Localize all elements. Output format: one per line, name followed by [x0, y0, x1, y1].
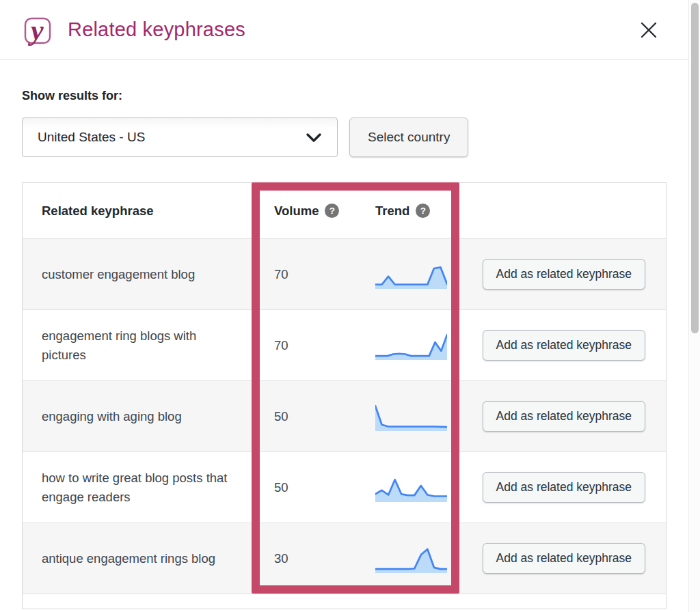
- related-keyphrases-modal: y Related keyphrases Show results for: U…: [0, 0, 700, 612]
- column-header-trend: Trend: [375, 204, 409, 219]
- table-row: engagement ring blogs with pictures 70 A…: [23, 310, 666, 381]
- table-row: antique engagement rings blog 30 Add as …: [23, 523, 666, 594]
- trend-help-icon[interactable]: ?: [416, 204, 430, 218]
- table-row: customer engagement blog 70 Add as relat…: [23, 239, 666, 310]
- country-select[interactable]: United States - US: [22, 117, 338, 157]
- table-row-partial: [23, 594, 666, 609]
- keyphrase-cell: engaging with aging blog: [42, 407, 182, 426]
- table-header-row: Related keyphrase Volume ? Trend ?: [23, 183, 666, 239]
- trend-sparkline: [375, 260, 447, 289]
- add-related-keyphrase-button[interactable]: Add as related keyphrase: [483, 543, 645, 574]
- select-country-button[interactable]: Select country: [349, 117, 468, 157]
- table-row: how to write great blog posts that engag…: [23, 452, 666, 523]
- volume-cell: 30: [274, 549, 288, 568]
- yoast-logo-icon: y: [24, 14, 53, 46]
- keyphrase-cell: antique engagement rings blog: [42, 549, 215, 568]
- volume-cell: 50: [274, 478, 288, 497]
- add-related-keyphrase-button[interactable]: Add as related keyphrase: [483, 401, 645, 432]
- keyphrase-cell: customer engagement blog: [42, 265, 195, 284]
- trend-sparkline: [375, 473, 447, 502]
- scrollbar-track[interactable]: [688, 0, 700, 612]
- add-related-keyphrase-button[interactable]: Add as related keyphrase: [483, 259, 645, 290]
- scrollbar-thumb[interactable]: [691, 3, 699, 333]
- modal-header: y Related keyphrases: [0, 0, 688, 60]
- trend-sparkline: [375, 544, 447, 573]
- country-select-value: United States - US: [38, 130, 145, 145]
- volume-help-icon[interactable]: ?: [325, 204, 339, 218]
- volume-cell: 50: [274, 407, 288, 426]
- related-keyphrases-table: Related keyphrase Volume ? Trend ? custo…: [22, 182, 667, 609]
- page-title: Related keyphrases: [68, 18, 245, 41]
- table-row: engaging with aging blog 50 Add as relat…: [23, 381, 666, 452]
- volume-cell: 70: [274, 336, 288, 355]
- add-related-keyphrase-button[interactable]: Add as related keyphrase: [483, 472, 645, 503]
- column-header-keyphrase: Related keyphrase: [42, 204, 154, 219]
- keyphrase-cell: how to write great blog posts that engag…: [42, 469, 228, 507]
- show-results-for-label: Show results for:: [22, 89, 122, 103]
- trend-sparkline: [375, 402, 447, 431]
- column-header-volume: Volume: [274, 204, 319, 219]
- close-icon[interactable]: [636, 18, 661, 42]
- add-related-keyphrase-button[interactable]: Add as related keyphrase: [483, 330, 645, 361]
- table-body: customer engagement blog 70 Add as relat…: [23, 239, 666, 609]
- trend-sparkline: [375, 331, 447, 360]
- chevron-down-icon: [306, 133, 322, 143]
- keyphrase-cell: engagement ring blogs with pictures: [42, 326, 228, 365]
- volume-cell: 70: [274, 265, 288, 284]
